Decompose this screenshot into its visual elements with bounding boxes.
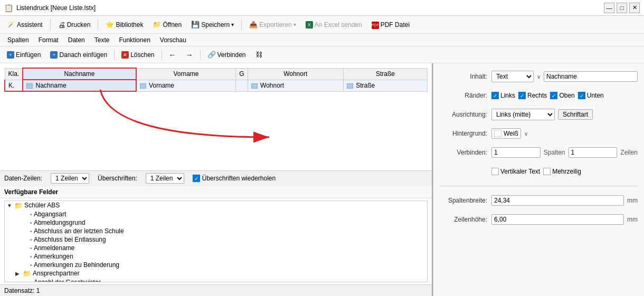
einfuegen-button[interactable]: Einfügen <box>3 49 44 60</box>
chain-button[interactable] <box>252 49 266 60</box>
cell-nachname[interactable]: Nachname <box>23 80 136 91</box>
inhalt-type-select[interactable]: Text <box>491 71 534 82</box>
verbinden-button[interactable]: Verbinden <box>204 49 250 60</box>
cell-vorname[interactable]: Vorname <box>136 80 236 91</box>
header-vorname[interactable]: Vorname <box>136 68 236 80</box>
vertikaler-text-label[interactable]: Vertikaler Text <box>491 168 540 175</box>
verbinden-content: Spalten Zeilen <box>491 147 638 158</box>
zeilenhoehe-input[interactable] <box>491 214 624 225</box>
tree-label-anzahl-geschwister: Anzahl der Geschwister <box>34 279 101 283</box>
minimize-button[interactable]: — <box>604 3 614 13</box>
raender-content: ✓ Links ✓ Rechts ✓ Oben ✓ Unten <box>491 92 638 99</box>
assistent-button[interactable]: Assistent <box>3 19 46 30</box>
mehrzeilig-text: Mehrzeilig <box>552 168 581 175</box>
arrow-right-btn[interactable]: → <box>182 49 197 61</box>
tree-item-abschluss-letzten[interactable]: ▪ Abschluss an der letzten Schule <box>5 227 427 235</box>
raender-oben-text: Oben <box>559 92 574 99</box>
chain-icon <box>255 51 262 59</box>
wiederholen-checkbox[interactable]: ✓ <box>193 175 200 182</box>
raender-rechts-cb[interactable]: ✓ <box>518 92 526 99</box>
tree-label-ansprechpartner: Ansprechpartner <box>33 270 80 277</box>
excel-button[interactable]: An Excel senden <box>302 19 366 30</box>
inhalt-value-input[interactable] <box>544 71 638 82</box>
cell-strasse[interactable]: Straße <box>343 80 427 91</box>
raender-oben-label[interactable]: ✓ Oben <box>550 92 574 99</box>
file-icon-abgangsart: ▪ <box>30 211 32 217</box>
header-wohnort[interactable]: Wohnort <box>248 68 343 80</box>
cell-icon-vorname <box>140 83 146 89</box>
export-icon <box>249 21 258 28</box>
verbinden-spalten-label: Spalten <box>544 149 565 156</box>
verbinden-icon <box>207 51 216 59</box>
speichern-button[interactable]: Speichern ▾ <box>187 19 238 30</box>
tree-panel: Verfügbare Felder ▼ 📁 Schüler ABS ▪ Abga… <box>0 186 432 285</box>
header-kla[interactable]: Kla. <box>5 68 23 80</box>
hintergrund-picker[interactable]: Weiß <box>491 128 521 139</box>
header-nachname[interactable]: Nachname <box>23 68 136 80</box>
menu-vorschau[interactable]: Vorschau <box>156 35 191 45</box>
cell-kla[interactable]: K. <box>5 80 23 91</box>
drucken-label: Drucken <box>67 21 91 28</box>
tree-item-abmeldungsgrund[interactable]: ▪ Abmeldungsgrund <box>5 218 427 227</box>
mehrzeilig-label[interactable]: Mehrzeilig <box>543 168 581 175</box>
mehrzeilig-cb[interactable] <box>543 168 551 175</box>
title-text: Listendruck [Neue Liste.lstx] <box>16 4 604 12</box>
tree-label-abgangsart: Abgangsart <box>34 211 66 218</box>
speichern-arrow: ▾ <box>231 22 234 27</box>
raender-row: Ränder: ✓ Links ✓ Rechts ✓ Oben ✓ Unten <box>440 89 638 102</box>
schriftart-button[interactable]: Schriftart <box>558 109 593 120</box>
wiederholen-checkbox-label[interactable]: ✓ Überschriften wiederholen <box>193 175 276 182</box>
menu-daten[interactable]: Daten <box>64 35 89 45</box>
tree-item-anmerkungen-behinderung[interactable]: ▪ Anmerkungen zu Behinderung <box>5 261 427 269</box>
header-strasse[interactable]: Straße <box>343 68 427 80</box>
raender-rechts-text: Rechts <box>527 92 547 99</box>
cell-g[interactable] <box>236 80 248 91</box>
tree-item-anmerkungen[interactable]: ▪ Anmerkungen <box>5 252 427 261</box>
tree-item-abgangsart[interactable]: ▪ Abgangsart <box>5 210 427 218</box>
menu-spalten[interactable]: Spalten <box>3 35 33 45</box>
verbinden-zeilen-input[interactable] <box>569 147 618 158</box>
menu-format[interactable]: Format <box>34 35 63 45</box>
menu-texte[interactable]: Texte <box>90 35 114 45</box>
danach-einfuegen-button[interactable]: + Danach einfügen <box>46 50 111 60</box>
vertikaler-text-cb[interactable] <box>491 168 499 175</box>
tree-item-schueler[interactable]: ▼ 📁 Schüler ABS <box>5 201 427 210</box>
file-icon-abschluss-entlassung: ▪ <box>30 236 32 243</box>
tree-area: ▼ 📁 Schüler ABS ▪ Abgangsart ▪ Abmeldung… <box>4 200 428 283</box>
speichern-label: Speichern <box>201 21 230 28</box>
raender-unten-cb[interactable]: ✓ <box>578 92 585 99</box>
spaltenbreite-content: mm <box>491 195 638 206</box>
pdf-button[interactable]: PDF Datei <box>368 19 413 31</box>
verbinden-spalten-input[interactable] <box>491 147 541 158</box>
bibliothek-label: Bibliothek <box>116 21 143 28</box>
raender-rechts-label[interactable]: ✓ Rechts <box>518 92 547 99</box>
oeffnen-button[interactable]: Öffnen <box>149 19 185 30</box>
tree-item-anmeldename[interactable]: ▪ Anmeldename <box>5 244 427 252</box>
raender-unten-label[interactable]: ✓ Unten <box>578 92 604 99</box>
header-g[interactable]: G <box>236 68 248 80</box>
bibliothek-button[interactable]: Bibliothek <box>102 19 147 30</box>
loeschen-button[interactable]: Löschen <box>118 49 158 60</box>
cell-wohnort[interactable]: Wohnort <box>248 80 343 91</box>
inhalt-content: Text ∨ <box>491 71 638 82</box>
daten-zeilen-select[interactable]: 1 Zeilen <box>51 173 89 184</box>
tree-item-ansprechpartner[interactable]: ▶ 📁 Ansprechpartner <box>5 269 427 278</box>
arrow-left-btn[interactable]: ← <box>165 49 180 61</box>
tree-item-abschluss-entlassung[interactable]: ▪ Abschluss bei Entlassung <box>5 235 427 244</box>
maximize-button[interactable]: □ <box>617 3 627 13</box>
spaltenbreite-input[interactable] <box>491 195 624 206</box>
ausrichtung-select[interactable]: Links (mitte) <box>491 109 555 120</box>
ueberschriften-select[interactable]: 1 Zeilen <box>146 173 184 184</box>
menu-funktionen[interactable]: Funktionen <box>115 35 154 45</box>
exportieren-button[interactable]: Exportieren ▾ <box>245 19 299 30</box>
grid-table: Kla. Nachname Vorname G Wohnort Straße K… <box>4 68 428 92</box>
tree-item-anzahl-geschwister[interactable]: ▪ Anzahl der Geschwister <box>5 278 427 283</box>
raender-links-cb[interactable]: ✓ <box>491 92 499 99</box>
tree-label-abschluss-entlassung: Abschluss bei Entlassung <box>34 236 106 243</box>
tree-label-schueler: Schüler ABS <box>24 202 60 209</box>
raender-links-label[interactable]: ✓ Links <box>491 92 515 99</box>
verbinden-label: Verbinden <box>217 51 246 59</box>
raender-oben-cb[interactable]: ✓ <box>550 92 557 99</box>
drucken-button[interactable]: Drucken <box>54 19 94 31</box>
close-button[interactable]: ✕ <box>629 3 640 13</box>
